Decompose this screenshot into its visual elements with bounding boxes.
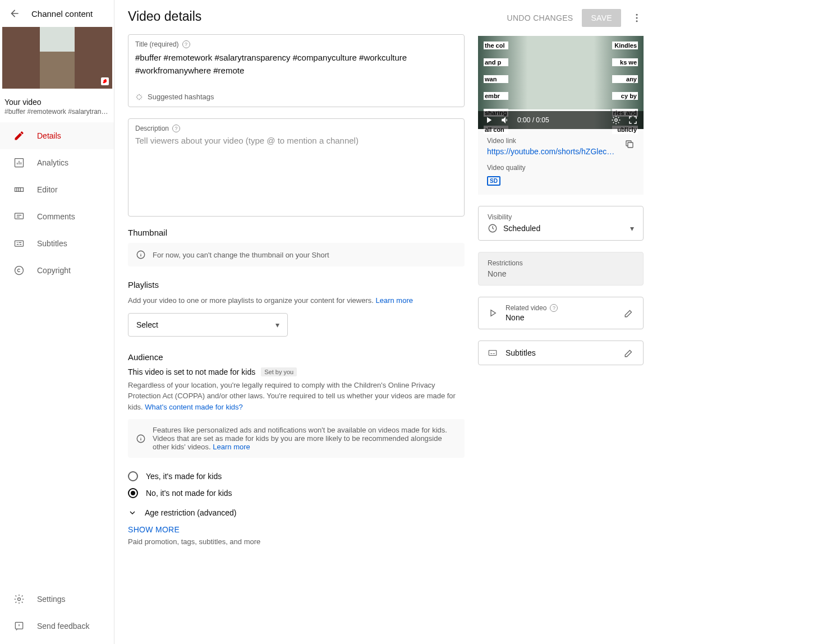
thumbnail-section-title: Thumbnail (128, 228, 465, 237)
feedback-icon (13, 620, 25, 632)
visibility-value: Scheduled (503, 224, 540, 233)
radio-label: No, it's not made for kids (146, 489, 232, 498)
back-button[interactable] (9, 8, 20, 19)
svg-point-12 (615, 119, 618, 122)
audience-learn-more-link[interactable]: Learn more (213, 443, 250, 451)
your-video-label: Your video (4, 98, 109, 107)
svg-rect-3 (15, 241, 24, 246)
thumbnail-info-banner: For now, you can't change the thumbnail … (128, 243, 465, 266)
radio-made-for-kids-yes[interactable]: Yes, it's made for kids (128, 471, 465, 481)
sidebar-item-label: Editor (37, 185, 58, 194)
sidebar-item-label: Details (37, 131, 61, 140)
caret-down-icon: ▾ (630, 224, 634, 233)
show-more-button[interactable]: SHOW MORE (128, 525, 465, 534)
sidebar-item-settings[interactable]: Settings (0, 586, 114, 613)
sidebar-item-feedback[interactable]: Send feedback (0, 613, 114, 640)
copy-icon[interactable] (624, 139, 635, 149)
description-field[interactable]: Description ? Tell viewers about your vi… (128, 118, 465, 217)
title-field-label: Title (required) (135, 40, 179, 48)
copyright-icon (13, 265, 25, 276)
playlists-select[interactable]: Select ▾ (128, 313, 288, 337)
info-icon (136, 434, 146, 444)
title-input-value[interactable]: #buffer #remotework #salarytransparency … (135, 52, 457, 77)
pencil-icon (13, 130, 25, 141)
related-video-value: None (506, 313, 558, 322)
volume-icon[interactable] (500, 115, 511, 125)
audience-section-title: Audience (128, 352, 465, 362)
editor-icon (13, 184, 25, 195)
edit-icon[interactable] (624, 308, 634, 318)
help-icon[interactable]: ? (172, 125, 180, 132)
sidebar-item-analytics[interactable]: Analytics (0, 149, 114, 176)
related-video-label: Related video (506, 304, 546, 312)
sidebar-item-details[interactable]: Details (0, 122, 114, 149)
suggested-hashtags-button[interactable]: Suggested hashtags (135, 93, 457, 101)
save-button[interactable]: SAVE (582, 9, 621, 27)
undo-changes-button[interactable]: UNDO CHANGES (507, 13, 573, 22)
audience-description: Regardless of your location, you're lega… (128, 380, 465, 413)
visibility-card[interactable]: Visibility Scheduled ▾ (478, 206, 644, 241)
subtitles-icon (488, 348, 498, 358)
restrictions-card: Restrictions None (478, 252, 644, 286)
playlists-description: Add your video to one or more playlists … (128, 295, 465, 306)
sidebar-item-label: Settings (37, 595, 66, 604)
radio-made-for-kids-no[interactable]: No, it's not made for kids (128, 488, 465, 498)
more-menu-button[interactable] (630, 11, 644, 25)
help-icon[interactable]: ? (182, 40, 190, 48)
gear-icon (13, 594, 25, 605)
sidebar-item-comments[interactable]: Comments (0, 203, 114, 230)
page-title: Video details (128, 9, 201, 24)
playlists-select-value: Select (136, 320, 158, 329)
quality-badge: SD (487, 176, 500, 186)
svg-point-10 (636, 17, 638, 19)
svg-point-5 (18, 598, 21, 601)
subtitles-icon (13, 238, 25, 249)
sidebar-item-label: Subtitles (37, 239, 67, 248)
chevron-down-icon (128, 508, 137, 517)
help-icon[interactable]: ? (550, 304, 558, 312)
comments-icon (13, 211, 25, 222)
video-quality-label: Video quality (487, 164, 635, 172)
playlists-learn-more-link[interactable]: Learn more (376, 296, 413, 305)
settings-icon[interactable] (611, 115, 621, 125)
description-field-label: Description (135, 125, 169, 132)
sidebar-item-copyright[interactable]: Copyright (0, 257, 114, 284)
related-video-card[interactable]: Related video ? None (478, 297, 644, 329)
analytics-icon (13, 157, 25, 168)
audience-info-banner: Features like personalized ads and notif… (128, 419, 465, 458)
video-preview[interactable]: the col and p wan embr sharing all con K… (478, 36, 644, 129)
sidebar-title: Channel content (31, 9, 93, 19)
sidebar-item-label: Comments (37, 212, 75, 221)
svg-point-9 (636, 14, 638, 16)
radio-icon (128, 488, 138, 498)
restrictions-value: None (488, 269, 634, 278)
audience-coppa-link[interactable]: What's content made for kids? (145, 403, 242, 411)
play-icon[interactable] (484, 115, 494, 125)
svg-rect-15 (489, 351, 497, 356)
play-outline-icon (488, 308, 498, 318)
sidebar-item-editor[interactable]: Editor (0, 176, 114, 203)
radio-icon (128, 471, 138, 481)
svg-point-11 (636, 20, 638, 22)
video-link[interactable]: https://youtube.com/shorts/hZGlec_d2… (487, 147, 616, 156)
radio-label: Yes, it's made for kids (146, 472, 222, 481)
svg-rect-2 (15, 213, 24, 219)
sidebar-item-label: Analytics (37, 158, 68, 167)
shorts-badge-icon (101, 77, 109, 85)
caret-down-icon: ▾ (275, 320, 279, 329)
restrictions-label: Restrictions (488, 259, 634, 267)
audience-set-by-badge: Set by you (261, 367, 297, 376)
age-restriction-expand[interactable]: Age restriction (advanced) (128, 508, 465, 517)
sidebar-item-subtitles[interactable]: Subtitles (0, 230, 114, 257)
info-icon (136, 250, 146, 260)
fullscreen-icon[interactable] (628, 115, 638, 125)
title-field[interactable]: Title (required) ? #buffer #remotework #… (128, 34, 465, 107)
clock-icon (488, 223, 498, 233)
edit-icon[interactable] (624, 348, 634, 358)
visibility-label: Visibility (488, 213, 634, 221)
subtitles-card[interactable]: Subtitles (478, 341, 644, 365)
video-thumbnail[interactable] (2, 27, 112, 89)
sidebar-item-label: Copyright (37, 266, 71, 275)
svg-point-4 (15, 266, 24, 275)
svg-rect-13 (628, 142, 633, 148)
